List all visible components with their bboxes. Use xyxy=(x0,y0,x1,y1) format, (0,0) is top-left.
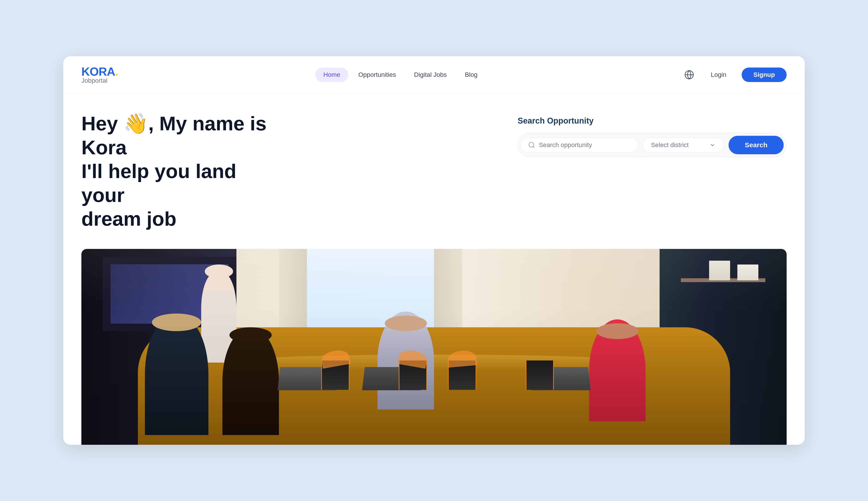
person-2 xyxy=(222,327,279,435)
search-input-wrapper xyxy=(521,138,638,152)
navbar: KORA. Jobportal Home Opportunities Digit… xyxy=(63,56,805,94)
svg-point-0 xyxy=(529,142,534,147)
hero-line1: Hey 👋, My name is Kora xyxy=(81,112,266,159)
district-placeholder: Select district xyxy=(651,141,689,149)
hero-line2: I'll help you land your xyxy=(81,160,237,206)
nav-opportunities[interactable]: Opportunities xyxy=(350,67,404,82)
main-content: Hey 👋, My name is Kora I'll help you lan… xyxy=(63,94,805,445)
person-1 xyxy=(145,313,208,435)
logo: KORA. Jobportal xyxy=(81,65,118,84)
bag-4 xyxy=(526,361,554,390)
person-3-head xyxy=(385,316,427,331)
svg-line-1 xyxy=(533,146,534,148)
search-opportunity-input[interactable] xyxy=(539,141,631,149)
nav-links: Home Opportunities Digital Jobs Blog xyxy=(315,67,486,82)
search-section-title: Search Opportunity xyxy=(517,116,787,126)
nav-blog[interactable]: Blog xyxy=(457,67,486,82)
search-icon xyxy=(528,141,535,149)
search-section: Search Opportunity Select district xyxy=(517,111,787,157)
person-4-head xyxy=(596,323,639,339)
picture-frame-2 xyxy=(709,261,730,280)
nav-home[interactable]: Home xyxy=(315,67,348,82)
picture-frame xyxy=(738,265,759,280)
translate-icon xyxy=(684,70,694,80)
search-box: Select district Search xyxy=(517,133,787,157)
hero-line3: dream job xyxy=(81,207,177,230)
logo-subtitle: Jobportal xyxy=(81,77,118,84)
person-1-head xyxy=(152,313,201,331)
image-section xyxy=(81,249,787,445)
language-button[interactable] xyxy=(683,68,696,81)
nav-digital-jobs[interactable]: Digital Jobs xyxy=(406,67,455,82)
browser-window: KORA. Jobportal Home Opportunities Digit… xyxy=(63,56,805,445)
hero-section: Hey 👋, My name is Kora I'll help you lan… xyxy=(81,111,787,231)
login-button[interactable]: Login xyxy=(701,67,736,82)
scene-container xyxy=(81,249,787,445)
logo-brand: KORA. xyxy=(81,65,118,78)
hero-text: Hey 👋, My name is Kora I'll help you lan… xyxy=(81,111,285,231)
hero-heading: Hey 👋, My name is Kora I'll help you lan… xyxy=(81,111,285,231)
search-button[interactable]: Search xyxy=(729,136,784,154)
presenter-head xyxy=(205,265,233,278)
district-dropdown[interactable]: Select district xyxy=(642,138,724,152)
signup-button[interactable]: Signup xyxy=(742,67,787,82)
person-2-head xyxy=(229,327,272,343)
meeting-room-image xyxy=(81,249,787,445)
chevron-down-icon xyxy=(709,142,716,148)
nav-actions: Login Signup xyxy=(683,67,787,82)
